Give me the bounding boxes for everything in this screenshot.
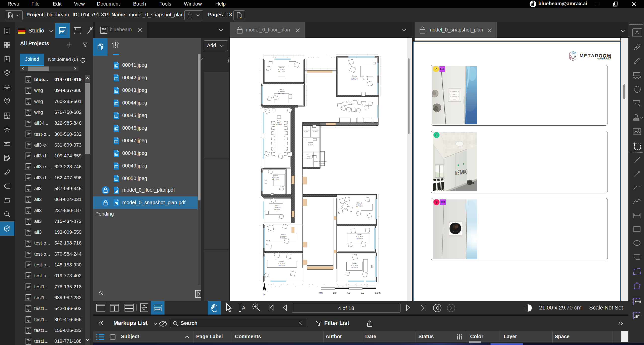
svg-text:Office 4: Office 4 xyxy=(279,67,284,68)
svg-text:RH 2.59 m: RH 2.59 m xyxy=(272,179,279,180)
svg-text:8.0 m: 8.0 m xyxy=(375,291,381,294)
svg-text:Office 2: Office 2 xyxy=(357,234,362,235)
svg-text:2.0: 2.0 xyxy=(333,291,336,294)
svg-text:RH 2.59 m: RH 2.59 m xyxy=(280,237,287,239)
svg-text:Office 8: Office 8 xyxy=(281,233,286,235)
svg-text:Meeting: Meeting xyxy=(277,120,281,122)
svg-text:N: N xyxy=(263,293,265,296)
svg-text:4.0: 4.0 xyxy=(347,291,350,294)
svg-text:A. 4.74 m²: A. 4.74 m² xyxy=(307,156,311,157)
svg-text:LÜft: LÜft xyxy=(453,91,455,92)
svg-text:A. 21.26 m²: A. 21.26 m² xyxy=(280,235,287,237)
svg-text:A. 1.86 m²: A. 1.86 m² xyxy=(313,131,318,132)
svg-text:Pico lm: Pico lm xyxy=(449,222,453,224)
svg-text:Office 6: Office 6 xyxy=(273,175,278,176)
svg-text:RH 2.59 m: RH 2.59 m xyxy=(276,124,282,125)
svg-text:A. 21.80 m²: A. 21.80 m² xyxy=(356,204,363,206)
svg-text:Restroom Ladies: Restroom Ladies xyxy=(312,130,319,131)
svg-text:Office 9: Office 9 xyxy=(279,261,284,262)
svg-text:Restroom: Restroom xyxy=(308,142,313,143)
svg-text:RH 2.59 m: RH 2.59 m xyxy=(278,71,285,72)
svg-text:Office 1: Office 1 xyxy=(357,202,362,204)
svg-text:ablauf: ablauf xyxy=(453,98,456,100)
svg-text:LÜft: LÜft xyxy=(453,94,455,95)
svg-text:A. 1.44 m²: A. 1.44 m² xyxy=(304,131,309,132)
svg-text:Office 7: Office 7 xyxy=(275,205,279,206)
svg-text:RH 2.59 m: RH 2.59 m xyxy=(352,266,358,268)
svg-text:0.0: 0.0 xyxy=(319,291,323,294)
svg-text:RH 2.59 m: RH 2.59 m xyxy=(357,237,363,239)
svg-text:RH 2.59 m: RH 2.59 m xyxy=(278,93,285,94)
svg-text:A. 21.34 m²: A. 21.34 m² xyxy=(278,263,285,264)
svg-text:RH 2.59 m: RH 2.59 m xyxy=(274,209,280,210)
svg-text:Office 3: Office 3 xyxy=(352,263,357,264)
svg-text:A: A xyxy=(242,305,246,311)
svg-text:RH 2.59 m: RH 2.59 m xyxy=(356,206,363,208)
svg-text:A. 139.23 m²: A. 139.23 m² xyxy=(319,163,325,164)
svg-text:Entrance area and hallway: Entrance area and hallway xyxy=(314,161,327,162)
svg-text:A. 17.36 m²: A. 17.36 m² xyxy=(278,69,285,71)
svg-text:RH 2.59 m: RH 2.59 m xyxy=(308,146,313,147)
svg-text:RH 2.59 m: RH 2.59 m xyxy=(352,79,358,81)
svg-text:RH 2.59 m: RH 2.59 m xyxy=(307,158,311,159)
svg-text:A. 22.38 m²: A. 22.38 m² xyxy=(351,265,358,266)
svg-text:A. 3.92 m²: A. 3.92 m² xyxy=(308,144,313,145)
svg-text:Restroom Ladies: Restroom Ladies xyxy=(303,130,310,131)
svg-text:6.0: 6.0 xyxy=(361,291,364,294)
svg-text:A. 21.44 m²: A. 21.44 m² xyxy=(356,236,363,237)
svg-text:ablauf: ablauf xyxy=(453,96,456,97)
svg-text:A. 14.50 m²: A. 14.50 m² xyxy=(274,207,280,209)
svg-text:Utility room: Utility room xyxy=(307,154,312,155)
svg-text:A. 16.67 m²: A. 16.67 m² xyxy=(278,91,285,92)
svg-text:RH 2.59 m: RH 2.59 m xyxy=(279,265,285,266)
svg-text:A. 15.53 m²: A. 15.53 m² xyxy=(272,177,279,178)
svg-text:Office 4: Office 4 xyxy=(279,89,284,90)
svg-text:Meeting: Meeting xyxy=(352,75,357,77)
svg-text:A. 32.11 m²: A. 32.11 m² xyxy=(276,122,283,124)
svg-text:A. 28.77 m²: A. 28.77 m² xyxy=(351,77,358,79)
